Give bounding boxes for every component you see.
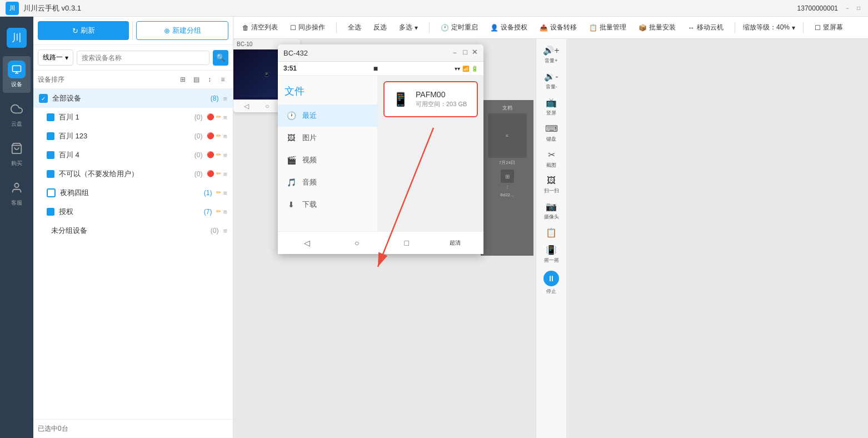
rt-stop[interactable]: ⏸ 停止 [537,268,565,298]
group-icon-nofwd [47,170,54,178]
rt-screenshot[interactable]: ✂ 截图 [537,147,565,172]
vertical-screen-btn[interactable]: ☐ 竖屏幕 [811,21,846,34]
delete-icon-bc1[interactable]: 🔴 [207,113,214,122]
rt-volume-down[interactable]: 🔉- 音量- [537,68,565,93]
batch-manage-btn[interactable]: 📋 批量管理 [586,21,630,34]
doc-date: 7月24日 [499,160,515,166]
top-bar-right: 13700000001 － □ [797,4,862,12]
file-manager: 文件 🕐 最近 🖼 图片 🎬 视频 [278,76,483,231]
phone-number: 13700000001 [797,4,838,12]
group-item-ungrouped[interactable]: 未分组设备 (0) ≡ [33,221,233,240]
bc432-minimize[interactable]: － [451,48,458,58]
file-menu-audio[interactable]: 🎵 音频 [278,171,377,193]
batch-install-btn[interactable]: 📦 批量安装 [635,21,679,34]
sort-menu-icon[interactable]: ≡ [217,74,228,85]
nav-back-btn[interactable]: ◁ [301,236,314,250]
group-item-bc4[interactable]: 百川 4 (0) 🔴 ✏ ≡ [33,146,233,165]
group-actions-nofwd: 🔴 ✏ ≡ [207,170,227,178]
sidebar-item-service[interactable]: 客服 [3,175,31,211]
delete-icon-bc123[interactable]: 🔴 [207,132,214,141]
line-select[interactable]: 线路一 ▾ [38,49,73,66]
edit-icon-bc123[interactable]: ✏ [216,132,221,141]
select-all-btn[interactable]: 全选 [345,21,365,34]
zoom-select[interactable]: 缩放等级：40% ▾ [743,23,795,32]
move-cloud-btn[interactable]: ↔ 移动云机 [685,21,727,34]
file-menu-videos[interactable]: 🎬 视频 [278,149,377,171]
refresh-button[interactable]: ↻ 刷新 [38,21,129,40]
sidebar-item-cloud[interactable]: 云盘 [3,96,31,132]
app-logo: 川 [6,2,19,15]
group-count-auth: (7) [204,208,212,216]
group-icon-auth [47,208,54,216]
group-item-bc123[interactable]: 百川 123 (0) 🔴 ✏ ≡ [33,127,233,146]
group-item-all[interactable]: ✓ 全部设备 (8) ≡ [33,89,233,108]
multi-select-btn[interactable]: 多选 ▾ [396,21,421,34]
rt-keyboard[interactable]: ⌨ 键盘 [537,121,565,146]
file-menu-images[interactable]: 🖼 图片 [278,127,377,149]
delete-icon-bc4[interactable]: 🔴 [207,151,214,160]
rt-shake[interactable]: 📳 摇一摇 [537,242,565,267]
nav-recent-btn[interactable]: □ [400,236,413,250]
device-transfer-btn[interactable]: 📤 设备转移 [536,21,580,34]
minimize-button[interactable]: － [844,4,851,12]
file-menu-recent[interactable]: 🕐 最近 [278,104,377,127]
sort-layers-icon[interactable]: ⊞ [177,74,188,85]
drag-icon-bc4: ≡ [223,151,227,160]
edit-icon-nofwd[interactable]: ✏ [216,170,221,178]
nav-home-btn[interactable]: ○ [350,236,363,250]
sidebar-item-devices[interactable]: 设备 [3,56,31,93]
group-name-yeyaz4: 夜鸦四组 [60,188,204,198]
maximize-button[interactable]: □ [855,4,862,12]
rt-scan-label: 扫一扫 [544,187,559,195]
sort-az-icon[interactable]: ↕ [204,74,215,85]
chevron-down-zoom-icon: ▾ [792,24,795,32]
sidebar-item-shop[interactable]: 购买 [3,135,31,172]
group-item-bc1[interactable]: 百川 1 (0) 🔴 ✏ ≡ [33,108,233,127]
new-group-button[interactable]: ⊕ 新建分组 [136,21,228,40]
rt-camera[interactable]: 📷 摄像头 [537,198,565,223]
sort-icons: ⊞ ▤ ↕ ≡ [177,74,228,85]
mini-back-bc10[interactable]: ◁ [244,102,249,110]
bc432-close[interactable]: ✕ [472,48,478,58]
edit-icon-auth[interactable]: ✏ [216,208,221,216]
volume-down-icon: 🔉- [544,71,558,82]
audio-icon: 🎵 [286,177,297,188]
rt-scan[interactable]: 🖼 扫一扫 [537,173,565,197]
storage-card[interactable]: 📱 PAFM00 可用空间：203 GB [383,81,478,117]
volume-up-icon: 🔊+ [543,45,559,56]
sort-grid-icon[interactable]: ▤ [191,74,202,85]
recent-label: 最近 [302,111,317,121]
group-item-nofwd[interactable]: 不可以（不要发给用户） (0) 🔴 ✏ ≡ [33,165,233,183]
group-item-yeyaz4[interactable]: ✓ 夜鸦四组 (1) ✏ ≡ [33,183,233,202]
shake-icon: 📳 [546,245,557,255]
mini-home-bc10[interactable]: ○ [265,102,269,110]
file-content: 📱 PAFM00 可用空间：203 GB [378,76,483,231]
edit-icon-yeyaz4[interactable]: ✏ [216,189,221,197]
rt-paste[interactable]: 📋 [537,225,565,241]
device-filter: 线路一 ▾ 🔍 [33,45,233,71]
clear-list-btn[interactable]: 🗑 清空列表 [239,21,281,34]
edit-icon-bc4[interactable]: ✏ [216,151,221,160]
group-name-bc123: 百川 123 [59,131,194,141]
timed-restart-btn[interactable]: 🕐 定时重启 [437,21,481,34]
grid-view-btn[interactable]: ⊞ [501,170,514,183]
device-auth-btn[interactable]: 👤 设备授权 [487,21,531,34]
sync-ops-btn[interactable]: ☐ 同步操作 [287,21,328,34]
battery-icon: 🔋 [471,66,478,72]
bc432-maximize[interactable]: □ [463,48,467,58]
edit-icon-bc1[interactable]: ✏ [216,113,221,122]
search-button[interactable]: 🔍 [213,50,228,66]
right-toolbar: 🔊+ 音量+ 🔉- 音量- 📺 竖屏 ⌨ 键盘 ✂ 截图 [536,39,566,438]
rt-volume-up[interactable]: 🔊+ 音量+ [537,42,565,67]
delete-icon-nofwd[interactable]: 🔴 [207,170,214,178]
file-menu-downloads[interactable]: ⬇ 下载 [278,193,377,216]
device-grid: BC-10 📱 ◁ ○ □ BC-432 [233,39,868,438]
top-bar: 川 川川云手机 v0.3.1 13700000001 － □ [0,0,868,17]
status-right: ▾▾ 📶 🔋 [455,66,478,72]
deselect-btn[interactable]: 反选 [370,21,390,34]
nav-chaoqing[interactable]: 超清 [450,239,461,247]
group-count-ungrouped: (0) [211,227,219,235]
group-item-auth[interactable]: 授权 (7) ✏ ≡ [33,202,233,221]
rt-vertical-screen[interactable]: 📺 竖屏 [537,94,565,120]
search-input[interactable] [77,51,209,65]
